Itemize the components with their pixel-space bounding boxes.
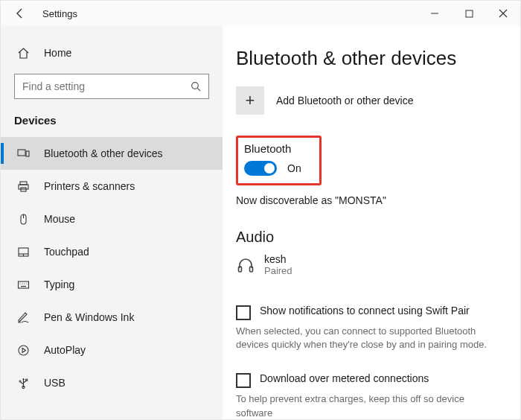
nav-label: AutoPlay bbox=[44, 344, 86, 356]
svg-rect-6 bbox=[20, 182, 27, 185]
plus-icon: + bbox=[236, 86, 264, 115]
usb-icon bbox=[17, 377, 31, 389]
swift-pair-checkbox[interactable] bbox=[236, 305, 251, 320]
window-title: Settings bbox=[42, 8, 77, 19]
svg-point-20 bbox=[19, 346, 28, 355]
back-button[interactable] bbox=[14, 7, 28, 19]
svg-rect-5 bbox=[26, 151, 29, 156]
keyboard-icon bbox=[17, 279, 31, 291]
svg-rect-24 bbox=[26, 379, 28, 381]
search-icon bbox=[191, 81, 201, 92]
search-input[interactable] bbox=[22, 80, 191, 92]
close-button[interactable] bbox=[486, 1, 520, 26]
touchpad-icon bbox=[17, 246, 31, 258]
nav-pen[interactable]: Pen & Windows Ink bbox=[1, 301, 223, 334]
search-box[interactable] bbox=[14, 74, 209, 99]
content: Bluetooth & other devices + Add Bluetoot… bbox=[223, 26, 520, 419]
svg-line-3 bbox=[197, 88, 200, 91]
svg-point-2 bbox=[192, 83, 199, 89]
device-name: kesh bbox=[264, 253, 293, 265]
svg-point-16 bbox=[22, 283, 22, 284]
mouse-icon bbox=[17, 213, 31, 226]
add-device-button[interactable]: + Add Bluetooth or other device bbox=[236, 86, 504, 115]
page-title: Bluetooth & other devices bbox=[236, 47, 504, 70]
nav-typing[interactable]: Typing bbox=[1, 268, 223, 301]
svg-point-23 bbox=[19, 380, 21, 381]
pen-icon bbox=[17, 311, 31, 324]
autoplay-icon bbox=[17, 344, 31, 357]
audio-device[interactable]: kesh Paired bbox=[236, 253, 504, 276]
nav-autoplay[interactable]: AutoPlay bbox=[1, 334, 223, 366]
nav-label: Typing bbox=[44, 279, 74, 290]
nav-touchpad[interactable]: Touchpad bbox=[1, 235, 223, 268]
nav-label: Mouse bbox=[44, 213, 75, 225]
metered-desc: To help prevent extra charges, keep this… bbox=[236, 392, 489, 419]
home-link[interactable]: Home bbox=[1, 42, 223, 63]
swift-pair-label: Show notifications to connect using Swif… bbox=[260, 305, 470, 316]
home-icon bbox=[17, 47, 31, 60]
nav-label: Printers & scanners bbox=[44, 180, 135, 192]
audio-heading: Audio bbox=[236, 229, 504, 246]
add-device-label: Add Bluetooth or other device bbox=[276, 95, 413, 106]
headphones-icon bbox=[236, 255, 255, 275]
bluetooth-highlight: Bluetooth On bbox=[236, 136, 322, 185]
svg-point-15 bbox=[19, 283, 20, 284]
bluetooth-state: On bbox=[287, 162, 301, 174]
home-label: Home bbox=[44, 47, 71, 59]
nav-mouse[interactable]: Mouse bbox=[1, 203, 223, 235]
svg-point-18 bbox=[26, 283, 27, 284]
nav-label: USB bbox=[44, 377, 65, 389]
svg-rect-4 bbox=[18, 150, 25, 156]
titlebar: Settings bbox=[1, 1, 520, 26]
bluetooth-label: Bluetooth bbox=[244, 142, 301, 155]
svg-rect-14 bbox=[19, 281, 29, 288]
metered-label: Download over metered connections bbox=[260, 372, 429, 384]
nav-bluetooth[interactable]: Bluetooth & other devices bbox=[1, 137, 223, 170]
svg-rect-7 bbox=[19, 185, 28, 189]
category-heading: Devices bbox=[1, 114, 223, 137]
bluetooth-toggle[interactable] bbox=[244, 161, 277, 176]
metered-checkbox[interactable] bbox=[236, 373, 251, 388]
svg-rect-1 bbox=[466, 10, 473, 17]
nav-label: Pen & Windows Ink bbox=[44, 311, 134, 323]
nav-printers[interactable]: Printers & scanners bbox=[1, 170, 223, 203]
sidebar: Home Devices Bluetooth & other devices P… bbox=[1, 26, 223, 419]
swift-pair-desc: When selected, you can connect to suppor… bbox=[236, 325, 489, 351]
device-status: Paired bbox=[264, 265, 293, 276]
nav-label: Bluetooth & other devices bbox=[44, 147, 163, 159]
printer-icon bbox=[17, 180, 31, 193]
svg-point-17 bbox=[24, 283, 25, 284]
discoverable-text: Now discoverable as "MONSTA" bbox=[236, 194, 504, 206]
nav-label: Touchpad bbox=[44, 246, 89, 258]
maximize-button[interactable] bbox=[452, 1, 486, 26]
nav-usb[interactable]: USB bbox=[1, 366, 223, 399]
devices-icon bbox=[17, 147, 31, 160]
minimize-button[interactable] bbox=[418, 1, 452, 26]
